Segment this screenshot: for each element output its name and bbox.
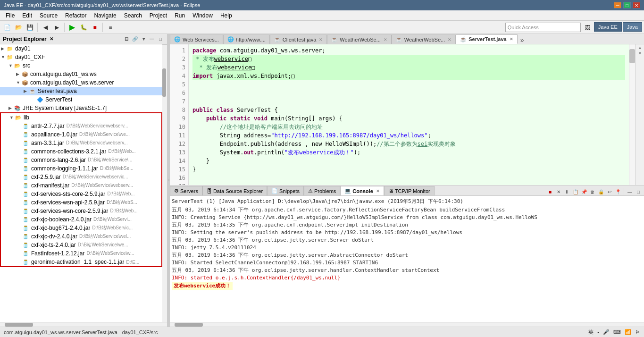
tree-item-lib-jar[interactable]: 🫙 geronimo-activation_1.1_spec-1.1.jar D…: [1, 258, 161, 266]
menu-window[interactable]: Window: [189, 11, 217, 20]
toolbar-fwd-btn[interactable]: ▶: [51, 22, 62, 33]
toolbar-save-btn[interactable]: 💾: [25, 22, 35, 33]
tab-tcpip[interactable]: 🖥 TCP/IP Monitor: [384, 186, 435, 195]
tree-item-lib-jar[interactable]: 🫙 commons-logging-1.1.1.jar D:\B站WebSe..…: [1, 164, 161, 173]
console-btn[interactable]: ⏸: [563, 188, 571, 195]
tab-weather2[interactable]: ☕ WeatherWebSe... ✕: [392, 34, 456, 44]
tree-item-lib-jar[interactable]: 🫙 cxf-xjc-boolean-2.4.0.jar D:\B站WebServ…: [1, 215, 161, 224]
maximize-button[interactable]: □: [623, 2, 631, 8]
java-perspective[interactable]: Java: [623, 22, 642, 32]
code-editor[interactable]: package com.atguigu.day01_ws.ws.server; …: [189, 44, 629, 185]
tree-item-lib-jar[interactable]: 🫙 cxf-2.5.9.jar D:\B站WebService\webservi…: [1, 173, 161, 181]
toolbar-more-btn[interactable]: ≡: [105, 22, 116, 33]
link-btn[interactable]: 🔗: [131, 35, 139, 43]
tab-http[interactable]: 🌐 http://www....: [223, 34, 270, 44]
tab-servers[interactable]: ⚙ Servers: [170, 186, 202, 195]
toolbar-back-btn[interactable]: ◀: [40, 22, 50, 33]
editor-scrollbar[interactable]: [629, 44, 636, 185]
tree-item-lib-jar[interactable]: 🫙 commons-lang-2.6.jar D:\B站WebService\.…: [1, 156, 161, 164]
tab-servertest[interactable]: ☕ ServerTest.java ✕: [456, 34, 518, 44]
library-icon: 📚: [14, 105, 22, 111]
tree-item-lib-jar[interactable]: 🫙 cxf-xjc-bug671-2.4.0.jar D:\B站WebServi…: [1, 224, 161, 232]
toolbar-open-btn[interactable]: 📂: [13, 22, 24, 33]
max-view-btn[interactable]: □: [157, 35, 164, 43]
close-icon[interactable]: ✕: [384, 37, 387, 42]
tree-item-lib-jar[interactable]: 🫙 cxf-manifest.jar D:\B站WebService\webse…: [1, 181, 161, 190]
menu-help[interactable]: Help: [217, 11, 236, 20]
menu-source[interactable]: Source: [36, 11, 61, 20]
console-hscroll[interactable]: [170, 322, 644, 327]
tree-item-lib-jar[interactable]: 🫙 asm-3.3.1.jar D:\B站WebService\webserv.…: [1, 139, 161, 147]
tree-item-day01cxf[interactable]: ▼ 📁 day01_CXF: [0, 53, 162, 61]
java-ee-perspective[interactable]: Java EE: [594, 22, 622, 32]
toolbar-new-btn[interactable]: 📄: [2, 22, 12, 33]
tab-clienttest[interactable]: ☕ ClientTest.java ✕: [270, 34, 327, 44]
tree-item-lib-jar[interactable]: 🫙 cxf-services-sts-core-2.5.9.jar D:\B站W…: [1, 190, 161, 198]
close-icon[interactable]: ✕: [376, 189, 380, 194]
console-btn[interactable]: ✕: [555, 188, 562, 195]
min-view-btn[interactable]: —: [148, 35, 156, 43]
menu-refactor[interactable]: Refactor: [61, 11, 90, 20]
tab-console[interactable]: 💻 Console ✕: [340, 186, 384, 195]
tab-weather1[interactable]: ☕ WeatherWebSe... ✕: [327, 34, 391, 44]
toolbar-debug-btn[interactable]: 🐛: [78, 22, 89, 33]
tree-item-lib-jar[interactable]: 🫙 aopalliance-1.0.jar D:\B站WebService\we…: [1, 130, 161, 139]
tree-label: ServerTest.java: [38, 88, 77, 94]
close-button[interactable]: ✕: [633, 2, 640, 8]
project-explorer-hscroll[interactable]: [0, 322, 167, 327]
tree-item-src[interactable]: ▼ 📂 src: [0, 61, 162, 70]
tab-snippets[interactable]: 📄 Snippets: [267, 186, 304, 195]
close-icon[interactable]: ✕: [319, 37, 323, 42]
menu-run[interactable]: Run: [171, 11, 189, 20]
tree-item-lib-jar[interactable]: 🫙 cxf-services-wsn-api-2.5.9.jar D:\B站We…: [1, 198, 161, 207]
menu-search[interactable]: Search: [120, 11, 146, 20]
tab-web-services[interactable]: 🌐 Web Services...: [170, 34, 223, 44]
tree-item-pkg2[interactable]: ▼ 📦 com.atguigu.day01_ws.ws.server: [0, 78, 162, 87]
console-paste-btn[interactable]: 📌: [580, 188, 588, 195]
menu-navigate[interactable]: Navigate: [90, 11, 120, 20]
tab-datasource[interactable]: 🗄 Data Source Explorer: [202, 186, 267, 195]
close-icon[interactable]: ✕: [510, 37, 513, 42]
toolbar-run-btn[interactable]: ▶: [67, 22, 77, 33]
tab-overflow[interactable]: »: [518, 36, 527, 44]
tree-item-lib-jar[interactable]: 🫙 cxf-services-wsn-core-2.5.9.jar D:\B站W…: [1, 207, 161, 215]
console-copy-btn[interactable]: 📋: [572, 188, 579, 195]
jar-label: commons-logging-1.1.1.jar: [31, 165, 98, 172]
tree-item-lib[interactable]: ▼ 📂 lib: [1, 113, 161, 122]
console-clear-btn[interactable]: 🗑: [589, 188, 596, 195]
tree-item-lib-jar[interactable]: 🫙 antlr-2.7.7.jar D:\B站WebService\webser…: [1, 122, 161, 130]
tree-item-lib-jar[interactable]: 🫙 cxf-xjc-ts-2.4.0.jar D:\B站WebService\w…: [1, 241, 161, 249]
console-terminate-btn[interactable]: ■: [546, 188, 554, 195]
quick-access-box[interactable]: Quick Access: [505, 23, 581, 32]
view-menu-btn[interactable]: ▾: [140, 35, 147, 43]
minimize-button[interactable]: ─: [614, 2, 621, 8]
menu-edit[interactable]: Edit: [18, 11, 36, 20]
console-line: INFO: Setting the server's publish addre…: [172, 229, 642, 236]
toolbar-stop-btn[interactable]: ■: [90, 22, 100, 33]
tree-item-servertest-class[interactable]: 🔷 ServerTest: [0, 95, 162, 104]
collapse-all-btn[interactable]: ⊟: [123, 35, 130, 43]
tab-problems[interactable]: ⚠ Problems: [304, 186, 340, 195]
tree-item-day01[interactable]: ▶ 📁 day01: [0, 44, 162, 53]
open-perspective-btn[interactable]: 🖼: [583, 22, 593, 33]
project-explorer-scrollbar[interactable]: [162, 44, 167, 322]
menu-project[interactable]: Project: [146, 11, 171, 20]
tree-item-lib-jar[interactable]: 🫙 commons-collections-3.2.1.jar D:\B站Web…: [1, 147, 161, 156]
console-scroll-lock-btn[interactable]: 🔒: [597, 188, 605, 195]
max-btn[interactable]: □: [635, 188, 642, 195]
console-wrap-btn[interactable]: ↩: [606, 188, 613, 195]
code-line: System.out.println("发布webservice成功！");: [192, 148, 625, 157]
console-line: INFO: jetty-7.5.4.v20111024: [172, 244, 642, 252]
toolbar: 📄 📂 💾 ◀ ▶ ▶ 🐛 ■ ≡ Quick Access 🖼 Java EE…: [0, 21, 644, 34]
min-btn[interactable]: —: [626, 188, 634, 195]
jar-path: D:\B站WebSe...: [100, 165, 133, 172]
project-explorer-title: Project Explorer: [3, 36, 47, 42]
menu-file[interactable]: File: [2, 11, 18, 20]
tree-item-lib-jar[interactable]: 🫙 FastInfoset-1.2.12.jar D:\B站WebService…: [1, 249, 161, 258]
tree-item-servertest-java[interactable]: ▶ ☕ ServerTest.java: [0, 87, 162, 95]
tree-item-lib-jar[interactable]: 🫙 cxf-xjc-dv-2.4.0.jar D:\B站WebService\w…: [1, 232, 161, 241]
close-icon[interactable]: ✕: [448, 37, 452, 42]
tree-item-pkg1[interactable]: ▶ 📦 com.atguigu.day01_ws.ws: [0, 70, 162, 78]
console-pin-btn[interactable]: 📍: [614, 188, 622, 195]
tree-item-jre[interactable]: ▶ 📚 JRE System Library [JavaSE-1.7]: [0, 104, 162, 112]
